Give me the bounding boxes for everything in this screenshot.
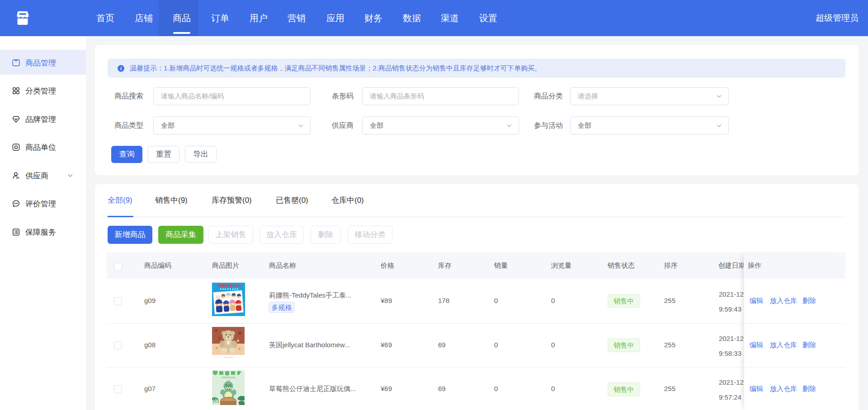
svg-text:HYMGJCIIG: HYMGJCIIG bbox=[223, 356, 233, 359]
svg-text:DINOSAUR: DINOSAUR bbox=[222, 376, 235, 379]
